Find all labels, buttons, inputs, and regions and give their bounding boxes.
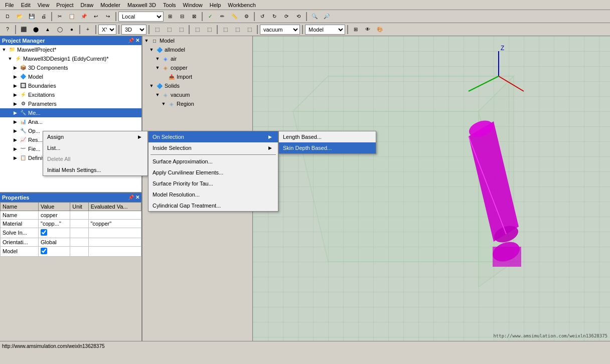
panel-pin-btn[interactable]: 📌 ✕ [128,38,139,43]
menu-workbench[interactable]: Workbench [225,1,258,9]
paste-btn[interactable]: 📌 [78,12,89,22]
expand-icon-params[interactable]: ▶ [12,101,18,107]
print-btn[interactable]: 🖨 [38,12,49,22]
model-checkbox[interactable] [41,248,47,254]
tb2-btn6[interactable]: ⬚ [204,25,215,35]
prop-solve-checkbox[interactable] [38,228,70,238]
tb2-sphere[interactable]: ● [66,25,77,35]
menu-modeler[interactable]: Modeler [97,1,123,9]
expand-icon-ana[interactable]: ▶ [12,119,18,125]
ctx2-surface-approx[interactable]: Surface Approximation... [148,156,278,167]
tree-item-params[interactable]: ▶ ⚙ Parameters [0,99,141,108]
menu-edit[interactable]: Edit [18,1,34,9]
tb2-torus[interactable]: ◯ [54,25,65,35]
model-tree-copper[interactable]: ▼ ◈ copper [142,63,252,72]
menu-view[interactable]: View [35,1,53,9]
expand-icon-3d[interactable]: ▶ [12,65,18,71]
tb-btn1[interactable]: ⊞ [165,12,176,22]
ctx2-model-res[interactable]: Model Resolution... [148,189,278,200]
tree-item-3dcomp[interactable]: ▶ 📦 3D Components [0,63,141,72]
copy-btn[interactable]: 📋 [66,12,77,22]
tb2-grid[interactable]: ⊞ [350,25,361,35]
ctx2-on-selection[interactable]: On Selection ▶ [148,131,278,142]
tb2-color[interactable]: 🎨 [374,25,385,35]
expand-icon-res[interactable]: ▶ [12,137,18,143]
tree-item-analysis[interactable]: ▶ 📊 Ana... [0,117,141,126]
ctx1-assign[interactable]: Assign ▶ [43,131,147,142]
tree-item-project[interactable]: ▼ 📁 MaxwellProject* [0,45,141,54]
ctx2-inside-selection[interactable]: Inside Selection ▶ [148,142,278,153]
undo-btn[interactable]: ↩ [90,12,101,22]
tb2-plus[interactable]: + [82,25,93,35]
model-tree-model[interactable]: ▼ □ Model [142,36,252,45]
tb-zoom2[interactable]: 🔎 [321,12,332,22]
menu-draw[interactable]: Draw [78,1,97,9]
expand-icon-opt[interactable]: ▶ [12,128,18,134]
menu-file[interactable]: File [2,1,17,9]
props-pin-btn[interactable]: 📌 ✕ [128,195,139,200]
prop-mat-value[interactable]: "copp..." [38,219,70,228]
tb-zoom1[interactable]: 🔍 [309,12,320,22]
tb2-btn1[interactable]: ? [2,25,13,35]
prop-orient-value[interactable]: Global [38,238,70,246]
model-tree-air[interactable]: ▼ ◈ air [142,54,252,63]
expand-icon-bounds[interactable]: ▶ [12,83,18,89]
expand-icon-exc[interactable]: ▶ [12,92,18,98]
redo-btn[interactable]: ↪ [102,12,113,22]
tree-item-model[interactable]: ▶ 🔷 Model [0,72,141,81]
ctx1-list[interactable]: List... [43,142,147,153]
new-btn[interactable]: 🗋 [2,12,13,22]
tb2-cube[interactable]: ⬛ [18,25,29,35]
tb-gear[interactable]: ⚙ [241,12,252,22]
open-btn[interactable]: 📂 [14,12,25,22]
ctx3-length-based[interactable]: Length Based... [279,131,376,142]
ctx2-surface-priority[interactable]: Surface Priority for Tau... [148,178,278,189]
tb2-btn9[interactable]: ⬚ [244,25,255,35]
expand-icon[interactable]: ▼ [1,47,7,53]
material-dropdown[interactable]: vacuum [260,25,300,35]
tb-ruler[interactable]: 📏 [229,12,240,22]
menu-window[interactable]: Window [180,1,206,9]
tb-pen[interactable]: ✏ [217,12,228,22]
tb-btn2[interactable]: ⊟ [177,12,188,22]
menu-project[interactable]: Project [53,1,76,9]
tb-rotate4[interactable]: ⟲ [293,12,304,22]
ctx2-cyl-gap[interactable]: Cylindrical Gap Treatment... [148,200,278,211]
tb2-cone[interactable]: ▲ [42,25,53,35]
coord-system-dropdown[interactable]: Local [118,12,164,22]
menu-help[interactable]: Help [207,1,224,9]
tb2-btn4[interactable]: ⬚ [176,25,187,35]
ctx1-initial-mesh[interactable]: Initial Mesh Settings... [43,164,147,175]
tb2-eye[interactable]: 👁 [362,25,373,35]
expand-icon-design[interactable]: ▼ [7,56,13,62]
tree-item-boundaries[interactable]: ▶ 🔲 Boundaries [0,81,141,90]
ctx1-delete-all[interactable]: Delete All [43,153,147,164]
expand-icon-mesh[interactable]: ▶ [12,110,18,116]
tb2-btn2[interactable]: ⬚ [151,25,163,35]
tb-btn3[interactable]: ⊠ [189,12,200,22]
tree-item-mesh[interactable]: ▶ 🔧 Me... [0,108,141,117]
expand-icon-def[interactable]: ▶ [12,155,18,161]
model-tree-region[interactable]: ▼ ◈ Region [142,99,252,108]
ctx2-curvilinear[interactable]: Apply Curvilinear Elements... [148,167,278,178]
tb2-btn3[interactable]: ⬚ [164,25,175,35]
ctx3-skin-depth[interactable]: Skin Depth Based... [279,142,376,153]
solution-dropdown[interactable]: Model [305,25,345,35]
solve-in-checkbox[interactable] [41,229,47,236]
menu-tools[interactable]: Tools [160,1,179,9]
tb-rotate2[interactable]: ↻ [269,12,280,22]
model-tree-import[interactable]: 📥 Import [142,72,252,81]
prop-model-checkbox[interactable] [38,246,70,256]
expand-icon-model[interactable]: ▶ [12,74,18,80]
cut-btn[interactable]: ✂ [54,12,65,22]
expand-icon-fie[interactable]: ▶ [12,146,18,152]
tb2-btn7[interactable]: ⬚ [220,25,231,35]
tree-item-design[interactable]: ▼ ⚡ Maxwell3DDesign1 (EddyCurrent)* [0,54,141,63]
tb-checkmark[interactable]: ✓ [205,12,216,22]
model-tree-solids[interactable]: ▼ 🔷 Solids [142,81,252,90]
tb-rotate1[interactable]: ↺ [257,12,268,22]
prop-name-value[interactable]: copper [38,211,70,219]
model-tree-allmodel[interactable]: ▼ 🔷 allmodel [142,45,252,54]
tb2-cyl[interactable]: ⬤ [30,25,41,35]
view3d-dropdown[interactable]: 3D [121,25,146,35]
